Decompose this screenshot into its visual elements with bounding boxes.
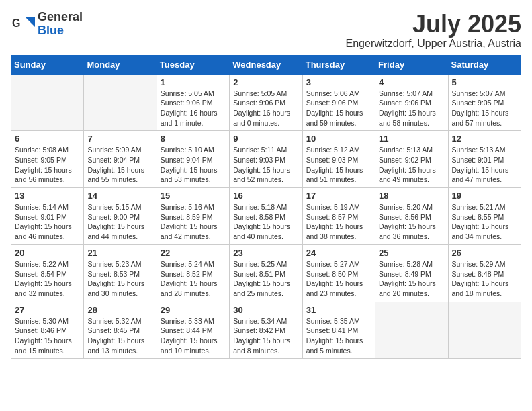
day-info: Sunrise: 5:21 AM Sunset: 8:55 PM Dayligh…	[452, 202, 517, 242]
day-number: 4	[379, 77, 444, 87]
day-number: 19	[452, 191, 517, 201]
calendar-cell: 13Sunrise: 5:14 AM Sunset: 9:01 PM Dayli…	[11, 188, 84, 245]
day-number: 20	[15, 248, 80, 258]
logo-blue-text: Blue	[38, 24, 83, 38]
calendar-cell: 29Sunrise: 5:33 AM Sunset: 8:44 PM Dayli…	[157, 302, 229, 359]
calendar-cell: 16Sunrise: 5:18 AM Sunset: 8:58 PM Dayli…	[230, 188, 302, 245]
calendar-cell: 28Sunrise: 5:32 AM Sunset: 8:45 PM Dayli…	[84, 302, 157, 359]
day-info: Sunrise: 5:18 AM Sunset: 8:58 PM Dayligh…	[233, 202, 298, 242]
calendar-cell	[11, 74, 84, 131]
day-number: 9	[233, 134, 298, 144]
day-info: Sunrise: 5:10 AM Sunset: 9:04 PM Dayligh…	[161, 145, 226, 185]
day-info: Sunrise: 5:14 AM Sunset: 9:01 PM Dayligh…	[15, 202, 80, 242]
day-number: 26	[452, 248, 517, 258]
calendar-cell: 2Sunrise: 5:05 AM Sunset: 9:06 PM Daylig…	[230, 74, 302, 131]
day-number: 22	[161, 248, 226, 258]
calendar-week-row-4: 20Sunrise: 5:22 AM Sunset: 8:54 PM Dayli…	[11, 244, 521, 302]
day-number: 21	[87, 248, 152, 258]
calendar-week-row-3: 13Sunrise: 5:14 AM Sunset: 9:01 PM Dayli…	[11, 188, 521, 245]
calendar-table: Sunday Monday Tuesday Wednesday Thursday…	[11, 55, 521, 359]
col-monday: Monday	[84, 55, 157, 74]
calendar-cell: 6Sunrise: 5:08 AM Sunset: 9:05 PM Daylig…	[11, 131, 84, 188]
calendar-cell: 31Sunrise: 5:35 AM Sunset: 8:41 PM Dayli…	[302, 302, 375, 359]
calendar-cell: 22Sunrise: 5:24 AM Sunset: 8:52 PM Dayli…	[157, 244, 229, 302]
day-info: Sunrise: 5:05 AM Sunset: 9:06 PM Dayligh…	[161, 89, 226, 128]
day-number: 29	[161, 305, 226, 315]
day-number: 7	[87, 134, 152, 144]
day-info: Sunrise: 5:19 AM Sunset: 8:57 PM Dayligh…	[306, 202, 371, 242]
col-tuesday: Tuesday	[157, 55, 229, 74]
calendar-cell: 7Sunrise: 5:09 AM Sunset: 9:04 PM Daylig…	[84, 131, 157, 188]
day-info: Sunrise: 5:15 AM Sunset: 9:00 PM Dayligh…	[87, 202, 152, 242]
day-number: 2	[233, 77, 298, 87]
day-info: Sunrise: 5:09 AM Sunset: 9:04 PM Dayligh…	[87, 145, 152, 185]
svg-marker-1	[26, 17, 35, 27]
day-info: Sunrise: 5:20 AM Sunset: 8:56 PM Dayligh…	[379, 202, 444, 242]
day-number: 1	[161, 77, 226, 87]
calendar-cell	[375, 302, 448, 359]
day-number: 18	[379, 191, 444, 201]
calendar-cell: 8Sunrise: 5:10 AM Sunset: 9:04 PM Daylig…	[157, 131, 229, 188]
day-number: 16	[233, 191, 298, 201]
day-info: Sunrise: 5:28 AM Sunset: 8:49 PM Dayligh…	[379, 259, 444, 299]
day-number: 10	[306, 134, 371, 144]
day-number: 27	[15, 305, 80, 315]
calendar-cell: 15Sunrise: 5:16 AM Sunset: 8:59 PM Dayli…	[157, 188, 229, 245]
calendar-cell	[448, 302, 521, 359]
calendar-cell: 23Sunrise: 5:25 AM Sunset: 8:51 PM Dayli…	[230, 244, 302, 302]
day-number: 14	[87, 191, 152, 201]
col-thursday: Thursday	[302, 55, 375, 74]
day-number: 31	[306, 305, 371, 315]
day-info: Sunrise: 5:11 AM Sunset: 9:03 PM Dayligh…	[233, 145, 298, 185]
col-sunday: Sunday	[11, 55, 84, 74]
day-info: Sunrise: 5:32 AM Sunset: 8:45 PM Dayligh…	[87, 316, 152, 356]
day-info: Sunrise: 5:06 AM Sunset: 9:06 PM Dayligh…	[306, 89, 371, 128]
calendar-cell: 17Sunrise: 5:19 AM Sunset: 8:57 PM Dayli…	[302, 188, 375, 245]
day-info: Sunrise: 5:29 AM Sunset: 8:48 PM Dayligh…	[452, 259, 517, 299]
logo-icon: G	[11, 12, 35, 36]
calendar-week-row-1: 1Sunrise: 5:05 AM Sunset: 9:06 PM Daylig…	[11, 74, 521, 131]
calendar-cell: 4Sunrise: 5:07 AM Sunset: 9:06 PM Daylig…	[375, 74, 448, 131]
calendar-cell: 27Sunrise: 5:30 AM Sunset: 8:46 PM Dayli…	[11, 302, 84, 359]
day-number: 25	[379, 248, 444, 258]
day-info: Sunrise: 5:13 AM Sunset: 9:02 PM Dayligh…	[379, 145, 444, 185]
calendar-cell: 3Sunrise: 5:06 AM Sunset: 9:06 PM Daylig…	[302, 74, 375, 131]
calendar-cell: 5Sunrise: 5:07 AM Sunset: 9:05 PM Daylig…	[448, 74, 521, 131]
day-info: Sunrise: 5:24 AM Sunset: 8:52 PM Dayligh…	[161, 259, 226, 299]
location-title: Engerwitzdorf, Upper Austria, Austria	[346, 38, 521, 50]
calendar-cell: 18Sunrise: 5:20 AM Sunset: 8:56 PM Dayli…	[375, 188, 448, 245]
logo-general-text: General	[38, 11, 83, 24]
day-number: 5	[452, 77, 517, 87]
day-number: 30	[233, 305, 298, 315]
day-number: 13	[15, 191, 80, 201]
calendar-cell: 30Sunrise: 5:34 AM Sunset: 8:42 PM Dayli…	[230, 302, 302, 359]
calendar-cell: 14Sunrise: 5:15 AM Sunset: 9:00 PM Dayli…	[84, 188, 157, 245]
logo-text: General Blue	[38, 11, 83, 38]
svg-text:G: G	[12, 17, 20, 29]
logo: G General Blue	[11, 11, 83, 38]
calendar-header-row: Sunday Monday Tuesday Wednesday Thursday…	[11, 55, 521, 74]
day-info: Sunrise: 5:12 AM Sunset: 9:03 PM Dayligh…	[306, 145, 371, 185]
col-friday: Friday	[375, 55, 448, 74]
calendar-cell: 12Sunrise: 5:13 AM Sunset: 9:01 PM Dayli…	[448, 131, 521, 188]
calendar-cell: 20Sunrise: 5:22 AM Sunset: 8:54 PM Dayli…	[11, 244, 84, 302]
day-info: Sunrise: 5:08 AM Sunset: 9:05 PM Dayligh…	[15, 145, 80, 185]
calendar-cell: 19Sunrise: 5:21 AM Sunset: 8:55 PM Dayli…	[448, 188, 521, 245]
day-number: 8	[161, 134, 226, 144]
day-info: Sunrise: 5:34 AM Sunset: 8:42 PM Dayligh…	[233, 316, 298, 356]
calendar-cell: 25Sunrise: 5:28 AM Sunset: 8:49 PM Dayli…	[375, 244, 448, 302]
calendar-cell: 11Sunrise: 5:13 AM Sunset: 9:02 PM Dayli…	[375, 131, 448, 188]
day-info: Sunrise: 5:30 AM Sunset: 8:46 PM Dayligh…	[15, 316, 80, 356]
day-number: 23	[233, 248, 298, 258]
calendar-cell: 9Sunrise: 5:11 AM Sunset: 9:03 PM Daylig…	[230, 131, 302, 188]
calendar-cell: 10Sunrise: 5:12 AM Sunset: 9:03 PM Dayli…	[302, 131, 375, 188]
calendar-week-row-2: 6Sunrise: 5:08 AM Sunset: 9:05 PM Daylig…	[11, 131, 521, 188]
calendar-week-row-5: 27Sunrise: 5:30 AM Sunset: 8:46 PM Dayli…	[11, 302, 521, 359]
day-number: 6	[15, 134, 80, 144]
day-info: Sunrise: 5:23 AM Sunset: 8:53 PM Dayligh…	[87, 259, 152, 299]
day-number: 11	[379, 134, 444, 144]
col-saturday: Saturday	[448, 55, 521, 74]
day-info: Sunrise: 5:13 AM Sunset: 9:01 PM Dayligh…	[452, 145, 517, 185]
day-number: 3	[306, 77, 371, 87]
day-info: Sunrise: 5:07 AM Sunset: 9:06 PM Dayligh…	[379, 89, 444, 128]
